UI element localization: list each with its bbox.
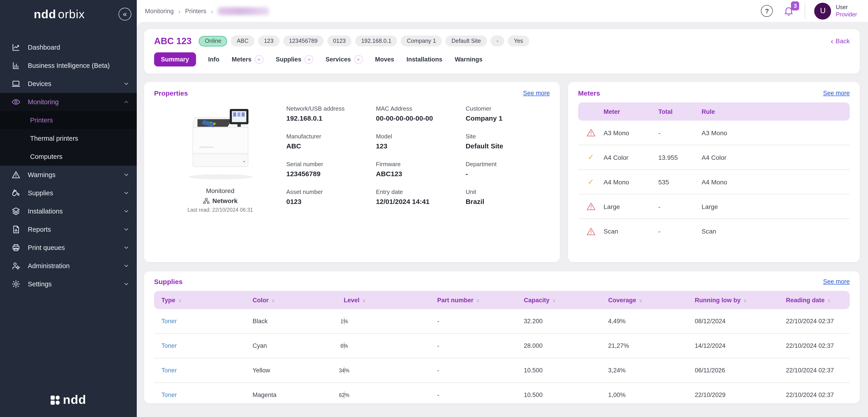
sidebar-item-print-queues[interactable]: Print queues	[0, 239, 137, 257]
sidebar-item-dashboard[interactable]: Dashboard	[0, 38, 137, 57]
sidebar-item-supplies[interactable]: Supplies	[0, 184, 137, 202]
meters-header: Meters See more	[578, 89, 850, 97]
sidebar-item-printers[interactable]: Printers	[0, 111, 137, 129]
meter-total: -	[658, 228, 702, 235]
properties-header: Properties See more	[154, 89, 550, 97]
toner-link[interactable]: Toner	[161, 367, 253, 374]
field-value: 00-00-00-00-00-00	[376, 114, 460, 122]
sidebar-item-monitoring[interactable]: Monitoring	[0, 93, 137, 111]
supplies-col-type[interactable]: Type	[161, 297, 253, 304]
device-chips: Online ABC 123 123456789 0123 192.168.0.…	[199, 36, 529, 46]
breadcrumb-printers[interactable]: Printers	[185, 7, 206, 14]
page-content: ABC 123 Online ABC 123 123456789 0123 19…	[137, 22, 868, 417]
tab-supplies[interactable]: Supplies	[276, 55, 313, 64]
supplies-see-more-link[interactable]: See more	[823, 278, 850, 285]
chip-yes: Yes	[508, 36, 529, 46]
sidebar-item-label: Printers	[30, 116, 53, 124]
meters-see-more-link[interactable]: See more	[823, 90, 850, 97]
tab-warnings[interactable]: Warnings	[455, 56, 483, 63]
sidebar-item-computers[interactable]: Computers	[0, 147, 137, 166]
supply-row-magenta: Toner Magenta 62% - 10.500 1,00% 22/10/2…	[154, 383, 850, 403]
sidebar-item-settings[interactable]: Settings	[0, 275, 137, 293]
chevron-up-icon	[123, 99, 129, 105]
chip-manufacturer: ABC	[231, 36, 254, 46]
chevron-left-icon	[831, 37, 833, 45]
supply-capacity: 10.500	[524, 367, 608, 374]
sidebar: ndd orbix Dashboard Business Intelligenc…	[0, 0, 137, 417]
sidebar-item-reports[interactable]: Reports	[0, 220, 137, 239]
tab-services[interactable]: Services	[326, 55, 363, 64]
sidebar-item-label: Settings	[28, 280, 52, 288]
supply-part-number: -	[437, 391, 524, 398]
field-value: Default Site	[466, 142, 550, 150]
meter-total: 535	[658, 178, 702, 185]
sidebar-footer-logo: ndd	[0, 385, 137, 417]
warning-icon	[578, 227, 603, 236]
meters-table: Meter Total Rule A3 Mono - A3 Mono	[578, 102, 850, 244]
chip-serial: 123456789	[283, 36, 323, 46]
toner-link[interactable]: Toner	[161, 342, 253, 349]
sort-chevron-icon	[828, 297, 831, 304]
topbar-divider	[805, 3, 805, 19]
supply-running-low-by: 14/12/2024	[695, 342, 786, 349]
meter-total: -	[658, 203, 702, 210]
field-value: Company 1	[466, 114, 550, 122]
sidebar-item-devices[interactable]: Devices	[0, 75, 137, 93]
tab-meters[interactable]: Meters	[232, 55, 264, 64]
tab-info[interactable]: Info	[208, 56, 219, 63]
sidebar-item-administration[interactable]: Administration	[0, 257, 137, 275]
sort-chevron-icon	[476, 297, 480, 304]
field-value: ABC123	[376, 170, 460, 178]
sidebar-item-installations[interactable]: Installations	[0, 202, 137, 220]
col-label: Part number	[437, 297, 473, 304]
chip-ip: 192.168.0.1	[355, 36, 397, 46]
user-menu[interactable]: U User Provider	[814, 2, 857, 19]
report-document-icon	[11, 224, 21, 235]
toner-link[interactable]: Toner	[161, 391, 253, 398]
help-button[interactable]	[761, 5, 773, 17]
supplies-col-level[interactable]: Level	[344, 297, 437, 304]
last-read-timestamp: Last read: 22/10/2024 06:31	[187, 207, 253, 213]
sidebar-item-label: Computers	[30, 153, 62, 160]
sidebar-item-thermal-printers[interactable]: Thermal printers	[0, 129, 137, 147]
sidebar-item-business-intelligence[interactable]: Business Intelligence (Beta)	[0, 57, 137, 75]
notifications-button[interactable]: 3	[782, 4, 796, 18]
field-site: SiteDefault Site	[466, 133, 550, 150]
sidebar-item-label: Installations	[28, 208, 63, 215]
sidebar-collapse-button[interactable]	[119, 8, 131, 21]
sidebar-item-warnings[interactable]: Warnings	[0, 166, 137, 184]
field-label: Network/USB address	[286, 105, 370, 112]
col-rule: Rule	[702, 108, 850, 115]
field-label: Department	[466, 161, 550, 168]
field-value: ABC	[286, 142, 370, 150]
supplies-col-coverage[interactable]: Coverage	[608, 297, 695, 304]
supplies-col-running-low-by[interactable]: Running low by	[695, 297, 786, 304]
field-manufacturer: ManufacturerABC	[286, 133, 370, 150]
supplies-col-color[interactable]: Color	[253, 297, 344, 304]
supplies-col-reading-date[interactable]: Reading date	[786, 297, 842, 304]
device-title-row: ABC 123 Online ABC 123 123456789 0123 19…	[154, 36, 850, 46]
topbar-actions: 3 U User Provider	[761, 2, 857, 19]
field-value: 192.168.0.1	[286, 114, 370, 122]
toner-link[interactable]: Toner	[161, 318, 253, 324]
field-label: Site	[466, 133, 550, 140]
tab-moves[interactable]: Moves	[375, 56, 394, 63]
topbar: Monitoring Printers 3 U User Provider	[137, 0, 868, 22]
supply-color: Black	[253, 318, 344, 324]
meter-total: -	[658, 129, 702, 136]
sort-chevron-icon	[639, 297, 643, 304]
breadcrumb-monitoring[interactable]: Monitoring	[145, 7, 174, 14]
tab-summary[interactable]: Summary	[154, 53, 196, 66]
check-icon	[578, 152, 603, 162]
supplies-table-header: Type Color Level Part number Capacity Co…	[154, 291, 850, 309]
supplies-col-capacity[interactable]: Capacity	[524, 297, 608, 304]
supplies-col-part-number[interactable]: Part number	[437, 297, 524, 304]
field-label: Model	[376, 133, 460, 140]
back-button[interactable]: Back	[831, 37, 850, 45]
chevron-down-icon	[123, 281, 129, 287]
tab-installations[interactable]: Installations	[406, 56, 442, 63]
supply-reading-date: 22/10/2024 02:37	[786, 391, 842, 398]
field-customer: CustomerCompany 1	[466, 105, 550, 122]
properties-see-more-link[interactable]: See more	[523, 90, 550, 97]
sidebar-item-label: Reports	[28, 226, 51, 233]
